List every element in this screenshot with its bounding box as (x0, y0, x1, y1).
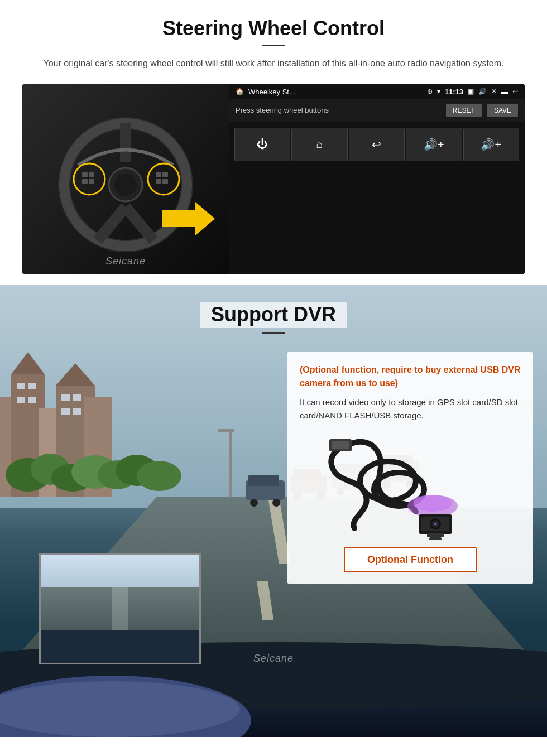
ui-buttons-grid: ⏻ ⌂ ↩ 🔊+ 🔊+ (229, 122, 525, 274)
svg-point-46 (250, 499, 258, 507)
ui-back-btn[interactable]: ↩ (349, 128, 405, 161)
home-icon: 🏠 (236, 88, 244, 95)
save-button[interactable]: SAVE (487, 104, 518, 117)
reset-button[interactable]: RESET (446, 104, 482, 117)
svg-point-66 (360, 461, 416, 500)
svg-rect-32 (61, 408, 70, 415)
yellow-arrow-icon (162, 199, 218, 238)
dvr-description: It can record video only to storage in G… (300, 396, 521, 422)
ui-vol-down-btn[interactable]: 🔊+ (463, 128, 519, 161)
steering-photo: Seicane (22, 84, 229, 274)
steering-ui-panel: 🏠 Wheelkey St... ⊕ ▾ 11:13 ▣ 🔊 ✕ ▬ ↩ Pre… (229, 84, 525, 274)
wifi-icon: ▾ (437, 88, 440, 95)
svg-rect-12 (89, 179, 94, 184)
dvr-camera-preview (39, 553, 201, 664)
ui-home-btn[interactable]: ⌂ (291, 128, 347, 161)
steering-title: Steering Wheel Control (22, 17, 525, 40)
steering-section: Steering Wheel Control Your original car… (0, 0, 547, 285)
dvr-title: Support DVR (200, 302, 347, 328)
dvr-title-area: Support DVR (0, 285, 547, 334)
optional-function-button[interactable]: Optional Function (344, 547, 477, 572)
dvr-section: Support DVR (Optional function, require … (0, 285, 547, 737)
steering-title-divider (262, 45, 285, 46)
svg-point-47 (272, 499, 280, 507)
preview-sky (41, 555, 199, 587)
close-icon: ✕ (491, 88, 497, 95)
dvr-camera-image (300, 428, 521, 540)
svg-rect-27 (28, 383, 36, 389)
svg-rect-15 (156, 179, 161, 184)
svg-rect-9 (82, 172, 88, 177)
ui-statusbar: 🏠 Wheelkey St... ⊕ ▾ 11:13 ▣ 🔊 ✕ ▬ ↩ (229, 84, 525, 99)
steering-image-container: Seicane 🏠 Wheelkey St... ⊕ ▾ 11:13 ▣ 🔊 ✕… (22, 84, 525, 274)
svg-rect-16 (162, 179, 168, 184)
ui-time: 11:13 (445, 88, 463, 96)
svg-rect-11 (82, 179, 88, 184)
steering-subtitle: Your original car's steering wheel contr… (22, 56, 525, 71)
volume-icon: 🔊 (478, 88, 487, 95)
svg-rect-60 (229, 430, 232, 497)
svg-rect-30 (61, 394, 70, 401)
svg-rect-13 (156, 172, 161, 177)
svg-rect-61 (218, 429, 234, 432)
svg-rect-33 (73, 408, 81, 415)
svg-marker-17 (162, 202, 215, 235)
svg-rect-31 (73, 394, 81, 401)
svg-rect-78 (427, 533, 444, 537)
dvr-camera-svg (315, 428, 505, 540)
dvr-title-divider (262, 332, 285, 334)
optional-btn-container: Optional Function (300, 547, 521, 572)
ui-app-title: Wheelkey St... (248, 88, 423, 96)
steering-watermark: Seicane (22, 256, 229, 267)
ui-power-btn[interactable]: ⏻ (234, 128, 290, 161)
svg-rect-28 (17, 397, 25, 403)
svg-rect-29 (28, 397, 36, 403)
svg-point-40 (137, 461, 181, 491)
preview-car-dash (41, 630, 199, 662)
dvr-info-card: (Optional function, require to buy exter… (287, 352, 533, 584)
svg-point-77 (434, 523, 436, 525)
dvr-optional-text: (Optional function, require to buy exter… (300, 363, 521, 390)
svg-rect-26 (17, 383, 25, 389)
svg-rect-10 (89, 172, 94, 177)
svg-rect-45 (248, 475, 279, 486)
usb-icon: ⊕ (427, 88, 433, 95)
svg-rect-69 (332, 441, 349, 449)
svg-point-71 (413, 495, 452, 512)
svg-rect-14 (162, 172, 168, 177)
camera-icon: ▣ (468, 88, 474, 95)
back-icon: ↩ (512, 88, 518, 95)
ui-topbar-label: Press steering wheel buttons (236, 106, 440, 114)
ui-vol-up-btn[interactable]: 🔊+ (406, 128, 462, 161)
svg-line-4 (126, 207, 153, 240)
ui-topbar: Press steering wheel buttons RESET SAVE (229, 99, 525, 122)
screen-icon: ▬ (501, 88, 508, 95)
svg-line-3 (98, 207, 126, 240)
svg-point-6 (114, 174, 137, 196)
